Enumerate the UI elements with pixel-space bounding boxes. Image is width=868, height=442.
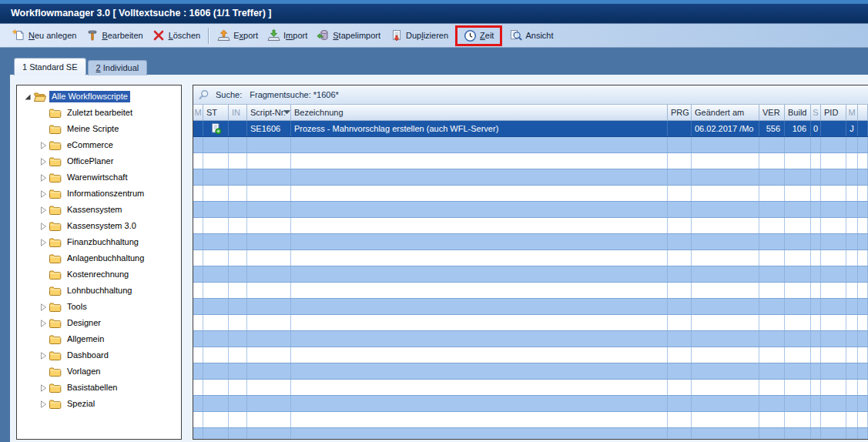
table-row-empty[interactable] bbox=[193, 412, 868, 428]
toolbar-button-l-schen[interactable]: Löschen bbox=[148, 27, 206, 45]
title-bar[interactable]: Workflowmanager 3.0 [ Volltextsuche : 16… bbox=[0, 4, 868, 23]
cell-in bbox=[229, 202, 247, 217]
toolbar-button-ansicht[interactable]: Ansicht bbox=[504, 27, 558, 45]
cell-ver bbox=[759, 234, 785, 249]
table-row-empty[interactable] bbox=[193, 380, 868, 396]
cell-ge-ndert-am bbox=[692, 266, 759, 282]
toolbar-button-label: Import bbox=[283, 31, 307, 40]
search-bar[interactable]: Suche: Fragmentsuche: *1606* bbox=[193, 85, 868, 105]
expander-expanded-icon[interactable] bbox=[22, 92, 33, 102]
expander-collapsed-icon[interactable] bbox=[37, 157, 49, 166]
table-row-empty[interactable] bbox=[193, 315, 868, 331]
tree-item-officeplaner[interactable]: OfficePlaner bbox=[17, 153, 181, 169]
column-header-in[interactable]: IN bbox=[229, 105, 247, 120]
toolbar-button-neu-anlegen[interactable]: Neu anlegen bbox=[8, 27, 81, 45]
table-row-empty[interactable] bbox=[193, 299, 868, 315]
tree-item-zuletzt-bearbeitet[interactable]: Zuletzt bearbeitet bbox=[17, 105, 181, 121]
column-header-ver[interactable]: VER bbox=[759, 105, 785, 120]
tree-item-label: Lohnbuchhaltung bbox=[65, 285, 134, 296]
expander-collapsed-icon[interactable] bbox=[37, 141, 49, 150]
table-row-empty[interactable] bbox=[193, 250, 868, 266]
tree-item-vorlagen[interactable]: Vorlagen bbox=[17, 363, 181, 380]
table-row-empty[interactable] bbox=[193, 137, 868, 153]
column-header-st[interactable]: ST bbox=[203, 105, 229, 120]
column-header-script-nr[interactable]: Script-Nr. bbox=[247, 105, 291, 120]
toolbar-button-zeit[interactable]: Zeit bbox=[459, 27, 498, 45]
expander-collapsed-icon[interactable] bbox=[37, 351, 49, 360]
expander-collapsed-icon[interactable] bbox=[37, 303, 49, 312]
cell-script-nr bbox=[247, 428, 291, 440]
tree-item-dashboard[interactable]: Dashboard bbox=[17, 347, 181, 363]
tree-item-lohnbuchhaltung[interactable]: Lohnbuchhaltung bbox=[17, 283, 181, 299]
tree-item-kostenrechnung[interactable]: Kostenrechnung bbox=[17, 266, 181, 283]
tree-item-kassensystem-3-0[interactable]: Kassensystem 3.0 bbox=[17, 218, 181, 234]
table-row-empty[interactable] bbox=[193, 169, 868, 186]
column-header-bezeichnung[interactable]: Bezeichnung bbox=[291, 105, 668, 120]
table-row-empty[interactable] bbox=[193, 186, 868, 202]
table-row-empty[interactable] bbox=[193, 153, 868, 169]
table-row-empty[interactable] bbox=[193, 331, 868, 347]
cell-st bbox=[203, 315, 229, 330]
cell-build bbox=[785, 380, 811, 395]
table-row-empty[interactable] bbox=[193, 428, 868, 440]
toolbar-button-label: Löschen bbox=[169, 31, 201, 40]
cell-ver bbox=[759, 380, 785, 395]
table-row-empty[interactable] bbox=[193, 202, 868, 218]
toolbar-button-stapelimport[interactable]: Stapelimport bbox=[312, 27, 385, 45]
cell-ver bbox=[759, 331, 785, 347]
expander-collapsed-icon[interactable] bbox=[37, 222, 49, 231]
cell-st bbox=[203, 121, 229, 136]
expander-collapsed-icon[interactable] bbox=[37, 206, 49, 215]
toolbar-button-label: Duplizieren bbox=[406, 31, 448, 40]
table-row-empty[interactable] bbox=[193, 218, 868, 234]
cell-st bbox=[203, 250, 229, 266]
table-row-empty[interactable] bbox=[193, 283, 868, 299]
column-header-prg[interactable]: PRG bbox=[668, 105, 692, 120]
column-header-m[interactable]: M bbox=[193, 105, 203, 120]
column-header-s[interactable]: S bbox=[811, 105, 821, 120]
cell-in bbox=[229, 347, 247, 363]
table-row-empty[interactable] bbox=[193, 363, 868, 380]
toolbar-button-bearbeiten[interactable]: Bearbeiten bbox=[81, 27, 147, 45]
expander-collapsed-icon[interactable] bbox=[37, 173, 49, 182]
toolbar-button-export[interactable]: Export bbox=[213, 27, 263, 45]
tree-item-finanzbuchhaltung[interactable]: Finanzbuchhaltung bbox=[17, 234, 181, 250]
cell-m bbox=[193, 380, 203, 395]
tree-item-basistabellen[interactable]: Basistabellen bbox=[17, 380, 181, 396]
column-header-build[interactable]: Build bbox=[785, 105, 811, 120]
table-row-empty[interactable] bbox=[193, 234, 868, 250]
tree-item-kassensystem[interactable]: Kassensystem bbox=[17, 202, 181, 218]
expander-collapsed-icon[interactable] bbox=[37, 319, 49, 328]
column-header-pid[interactable]: PID bbox=[821, 105, 846, 120]
expander-collapsed-icon[interactable] bbox=[37, 189, 49, 199]
table-row-empty[interactable] bbox=[193, 396, 868, 412]
column-header-ge-ndert-am[interactable]: Geändert am bbox=[692, 105, 759, 120]
table-row-selected[interactable]: SE1606Prozess - Mahnvorschlag erstellen … bbox=[193, 121, 868, 137]
table-row-empty[interactable] bbox=[193, 347, 868, 363]
cell-build bbox=[785, 153, 811, 169]
tree-item-tools[interactable]: Tools bbox=[17, 299, 181, 315]
toolbar-button-duplizieren[interactable]: Duplizieren bbox=[385, 27, 453, 45]
expander-collapsed-icon[interactable] bbox=[37, 400, 49, 409]
tree-item-allgemein[interactable]: Allgemein bbox=[17, 331, 181, 347]
cell-st bbox=[203, 153, 229, 169]
toolbar-button-import[interactable]: Import bbox=[263, 27, 312, 45]
column-header-m[interactable]: M bbox=[846, 105, 858, 120]
expander-collapsed-icon[interactable] bbox=[37, 383, 49, 393]
cell-m bbox=[846, 412, 858, 427]
tree-item-spezial[interactable]: Spezial bbox=[17, 396, 181, 412]
tab-1-standard-se[interactable]: 1 Standard SE bbox=[14, 58, 86, 75]
expander-collapsed-icon[interactable] bbox=[37, 238, 49, 247]
tab-2-individual[interactable]: 2 Individual bbox=[88, 60, 148, 75]
table-row-empty[interactable] bbox=[193, 266, 868, 283]
column-header-filler[interactable] bbox=[858, 105, 868, 120]
tree-item-meine-scripte[interactable]: Meine Scripte bbox=[17, 121, 181, 137]
tree-item-warenwirtschaft[interactable]: Warenwirtschaft bbox=[17, 169, 181, 186]
cell-s bbox=[811, 153, 821, 169]
tree-item-informationszentrum[interactable]: Informationszentrum bbox=[17, 186, 181, 202]
tree-item-designer[interactable]: Designer bbox=[17, 315, 181, 331]
tree-item-alle-workflowscripte[interactable]: Alle Workflowscripte bbox=[17, 89, 181, 105]
tree-item-ecommerce[interactable]: eCommerce bbox=[17, 137, 181, 153]
cell-m bbox=[193, 283, 203, 298]
tree-item-anlagenbuchhaltung[interactable]: Anlagenbuchhaltung bbox=[17, 250, 181, 266]
